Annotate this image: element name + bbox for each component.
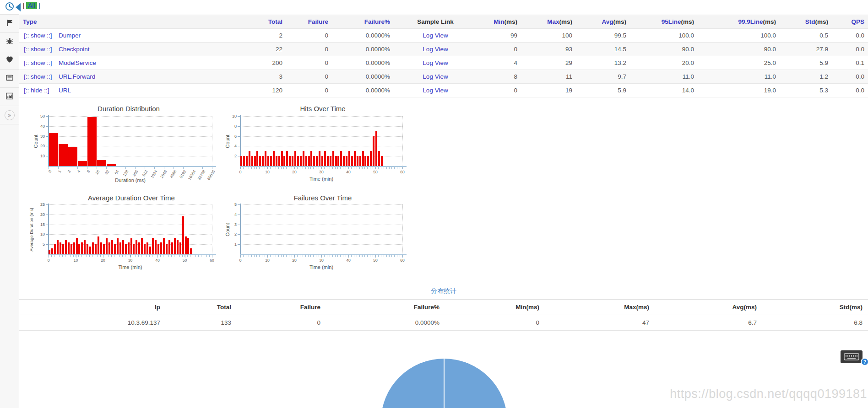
sort-link[interactable]: Total: [268, 18, 282, 25]
column-header-failure[interactable]: Failure: [286, 15, 332, 29]
collapse-sidebar-arrow[interactable]: [16, 3, 21, 11]
toggle-detail-link[interactable]: [:: show ::]: [24, 32, 52, 39]
column-header-99-9line[interactable]: 99.9Line(ms): [698, 15, 780, 29]
x-major-tick: [76, 255, 76, 258]
sidebar-item-expand[interactable]: »: [0, 106, 19, 124]
log-view-link[interactable]: Log View: [423, 46, 448, 53]
toggle-detail-link[interactable]: [:: show ::]: [24, 73, 52, 80]
type-link[interactable]: ModelService: [59, 59, 96, 66]
time-bar: [133, 244, 135, 254]
y-axis: [48, 204, 49, 254]
time-bar: [327, 156, 329, 166]
time-bar: [84, 240, 86, 254]
value-cell: 0: [477, 43, 521, 56]
time-bar: [354, 151, 356, 166]
value-cell: 14.0: [630, 84, 698, 97]
time-bar: [92, 242, 94, 254]
sidebar-empty-area: [0, 124, 19, 408]
sidebar-item-log-list[interactable]: [0, 70, 19, 88]
toggle-detail-link[interactable]: [:: show ::]: [24, 59, 52, 66]
sort-link[interactable]: Failure%: [364, 18, 390, 25]
y-tick-label: 5: [33, 242, 45, 247]
x-axis-label: Time (min): [118, 264, 142, 270]
type-filter: [All]: [23, 2, 40, 9]
time-bar: [292, 156, 293, 166]
sidebar-item-favorite[interactable]: [0, 51, 19, 70]
type-link[interactable]: URL.Forward: [59, 73, 95, 80]
value-cell: 0: [286, 84, 332, 97]
dist-column-header: Avg(ms): [655, 300, 762, 315]
helper-widget[interactable]: ?: [841, 349, 868, 367]
toggle-detail-link[interactable]: [:: show ::]: [24, 46, 52, 53]
x-tick-label: 20: [291, 170, 298, 174]
sort-link[interactable]: Avg: [602, 18, 613, 25]
y-tick-label: 30: [33, 134, 45, 139]
dist-column-header: Min(ms): [445, 300, 545, 315]
unit-suffix: (ms): [815, 18, 829, 25]
log-view-link[interactable]: Log View: [423, 87, 448, 94]
time-bar: [71, 244, 72, 254]
column-header-failure-[interactable]: Failure%: [332, 15, 394, 29]
time-bar: [346, 156, 347, 166]
column-header-min[interactable]: Min(ms): [477, 15, 521, 29]
column-header-qps[interactable]: QPS: [832, 15, 868, 29]
histogram-bar: [87, 117, 97, 166]
y-tick-label: 3: [225, 222, 237, 227]
sort-link[interactable]: 95Line: [662, 18, 681, 25]
x-major-tick: [294, 167, 295, 169]
y-tick-label: 8: [225, 124, 237, 129]
time-bar: [370, 151, 372, 166]
time-bar: [125, 244, 127, 254]
type-link[interactable]: URL: [59, 87, 71, 94]
y-tick-label: 15: [33, 222, 45, 227]
help-icon[interactable]: ?: [861, 358, 868, 366]
log-view-link[interactable]: Log View: [423, 59, 448, 66]
sort-link[interactable]: QPS: [852, 18, 865, 25]
column-header-95line[interactable]: 95Line(ms): [630, 15, 698, 29]
sort-link[interactable]: Failure: [308, 18, 328, 25]
gridline: [240, 146, 402, 146]
sidebar-item-statistics[interactable]: [0, 88, 19, 106]
x-axis-label: Duration (ms): [115, 177, 146, 183]
sort-link[interactable]: Max: [547, 18, 559, 25]
x-major-tick: [185, 255, 185, 258]
y-tick-label: 10: [33, 232, 45, 236]
value-cell: 0.0: [832, 70, 868, 84]
time-bar: [146, 242, 148, 254]
time-bar: [152, 238, 154, 254]
sidebar-item-flag[interactable]: [0, 15, 19, 33]
sidebar-item-debug[interactable]: [0, 33, 19, 51]
sort-link[interactable]: Std: [805, 18, 815, 25]
keyboard-icon[interactable]: [841, 350, 863, 363]
time-bar: [141, 238, 143, 254]
sort-link[interactable]: Type: [23, 18, 37, 25]
value-cell: 4: [477, 56, 521, 70]
x-axis-label: Time (min): [309, 176, 333, 182]
column-header-max[interactable]: Max(ms): [521, 15, 576, 29]
y-tick-label: 1: [225, 242, 237, 247]
time-bar: [324, 151, 326, 166]
column-header-total[interactable]: Total: [165, 15, 286, 29]
type-link[interactable]: Dumper: [59, 32, 81, 39]
time-bar: [136, 240, 137, 254]
type-link[interactable]: Checkpoint: [59, 46, 90, 53]
gridline: [240, 116, 402, 117]
value-cell: 200: [165, 56, 286, 70]
value-cell: 0.0000%: [332, 29, 394, 43]
sort-link[interactable]: Min: [494, 18, 504, 25]
x-tick-label: 20: [99, 258, 107, 263]
log-view-link[interactable]: Log View: [423, 73, 448, 80]
column-header-std[interactable]: Std(ms): [780, 15, 832, 29]
column-header-avg[interactable]: Avg(ms): [576, 15, 630, 29]
gridline: [49, 234, 212, 235]
gridline: [240, 244, 402, 245]
time-bar: [381, 156, 383, 166]
sort-link[interactable]: 99.9Line: [738, 18, 763, 25]
x-axis-label: Time (min): [309, 264, 333, 270]
log-view-link[interactable]: Log View: [423, 32, 448, 39]
bracket-open: [: [23, 2, 25, 9]
y-tick-label: 5: [225, 202, 237, 207]
filter-all-chip[interactable]: All: [26, 2, 37, 9]
column-header-type[interactable]: Type: [19, 15, 165, 29]
toggle-detail-link[interactable]: [:: hide ::]: [24, 87, 49, 94]
